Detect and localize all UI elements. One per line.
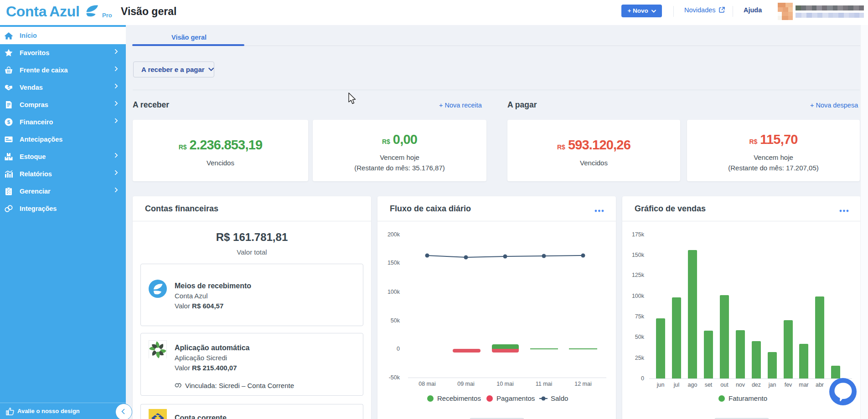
svg-text:$: $ [7,119,10,125]
